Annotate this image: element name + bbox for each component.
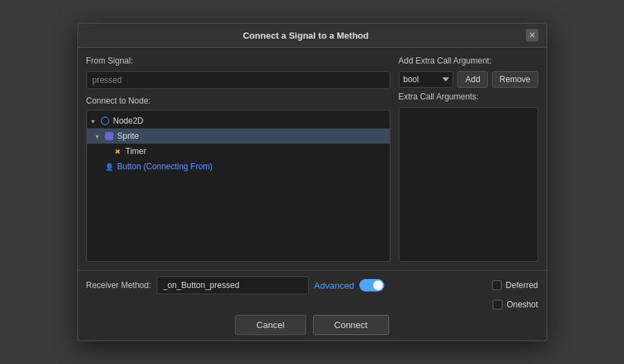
- extra-arg-row: bool int float String Object Add Remove: [399, 71, 538, 88]
- arrow-sprite: ▾: [95, 133, 104, 140]
- button-node-name: Button (Connecting From): [117, 162, 213, 171]
- receiver-method-section: Receiver Method: Advanced Deferred: [86, 276, 538, 294]
- from-signal-input[interactable]: [86, 71, 390, 89]
- right-panel: Add Extra Call Argument: bool int float …: [399, 56, 538, 262]
- node2d-circle-icon: [101, 117, 109, 125]
- sprite-icon: [104, 131, 115, 142]
- toggle-track: [359, 279, 384, 291]
- add-extra-arg-label: Add Extra Call Argument:: [399, 56, 538, 66]
- connect-to-node-label: Connect to Node:: [86, 96, 390, 106]
- timer-icon: ✖: [112, 146, 123, 157]
- action-buttons: Cancel Connect: [86, 315, 538, 335]
- deferred-checkbox[interactable]: [492, 280, 502, 290]
- from-signal-label: From Signal:: [86, 56, 390, 66]
- button-node-icon: 👤: [104, 161, 115, 172]
- oneshot-checkbox[interactable]: [493, 300, 502, 309]
- oneshot-label: Oneshot: [507, 300, 538, 309]
- dialog-bottom: Receiver Method: Advanced Deferred Onesh…: [78, 270, 547, 341]
- receiver-method-label: Receiver Method:: [86, 280, 151, 290]
- oneshot-option: Oneshot: [493, 300, 538, 309]
- tree-item-button[interactable]: ▾ 👤 Button (Connecting From): [87, 159, 390, 174]
- dialog-content: From Signal: Connect to Node: ▾ Node2D ▾: [78, 48, 547, 270]
- tree-item-timer[interactable]: ▾ ✖ Timer: [87, 144, 390, 159]
- dialog-title: Connect a Signal to a Method: [233, 30, 379, 41]
- close-button[interactable]: ✕: [526, 29, 538, 41]
- node2d-icon: [100, 115, 111, 126]
- deferred-option: Deferred: [492, 280, 538, 290]
- advanced-label[interactable]: Advanced: [314, 280, 354, 291]
- dialog-titlebar: Connect a Signal to a Method ✕: [78, 23, 547, 48]
- arrow-node2d: ▾: [91, 117, 100, 125]
- toggle-thumb: [373, 280, 383, 290]
- add-arg-button[interactable]: Add: [457, 71, 487, 88]
- extra-call-args-label: Extra Call Arguments:: [399, 92, 538, 102]
- node2d-name: Node2D: [113, 116, 144, 126]
- receiver-method-input[interactable]: [157, 276, 309, 294]
- advanced-toggle[interactable]: [359, 279, 384, 291]
- tree-item-sprite[interactable]: ▾ Sprite: [87, 128, 390, 144]
- sprite-icon-box: [105, 132, 113, 140]
- sprite-name: Sprite: [117, 131, 139, 141]
- connect-button[interactable]: Connect: [313, 315, 389, 335]
- extra-args-area: [399, 107, 538, 262]
- node-tree: ▾ Node2D ▾ Sprite ▾ ✖: [86, 110, 390, 262]
- timer-name: Timer: [126, 146, 146, 156]
- remove-arg-button[interactable]: Remove: [492, 71, 538, 88]
- deferred-label: Deferred: [506, 280, 538, 290]
- type-select[interactable]: bool int float String Object: [399, 71, 454, 88]
- connect-signal-dialog: Connect a Signal to a Method ✕ From Sign…: [77, 23, 547, 341]
- left-panel: From Signal: Connect to Node: ▾ Node2D ▾: [86, 56, 390, 262]
- cancel-button[interactable]: Cancel: [235, 315, 305, 335]
- tree-item-node2d[interactable]: ▾ Node2D: [87, 113, 390, 128]
